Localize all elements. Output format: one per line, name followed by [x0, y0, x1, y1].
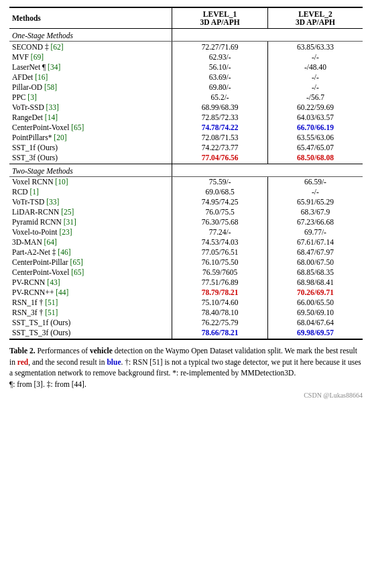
method-name: Voxel-to-Point [23]	[9, 227, 172, 237]
table-row: Voxel-to-Point [23]77.24/-69.77/-	[9, 227, 363, 237]
level2-value: 68.3/67.9	[267, 207, 363, 217]
level1-value: 78.40/78.10	[172, 308, 268, 318]
level2-value: 63.55/63.06	[267, 132, 363, 142]
level1-value: 76.0/75.5	[172, 207, 268, 217]
level2-value: 66.59/-	[267, 176, 363, 187]
level2-value: 60.22/59.69	[267, 102, 363, 112]
method-name: PV-RCNN++ [44]	[9, 288, 172, 298]
table-row: SST_TS_3f (Ours)78.66/78.2169.98/69.57	[9, 328, 363, 339]
level2-value: -/-	[267, 72, 363, 82]
level1-value: 75.59/-	[172, 176, 268, 187]
table-row: VoTr-TSD [33]74.95/74.2565.91/65.29	[9, 197, 363, 207]
method-name: PointPillars* [20]	[9, 132, 172, 142]
caption-label: Table 2.	[9, 347, 36, 355]
table-row: SECOND ‡ [62]72.27/71.6963.85/63.33	[9, 42, 363, 52]
level2-value: 69.50/69.10	[267, 308, 363, 318]
caption-red: red	[17, 358, 28, 366]
level1-value: 62.93/-	[172, 52, 268, 62]
level1-value: 76.22/75.79	[172, 318, 268, 328]
table-row: PointPillars* [20]72.08/71.5363.55/63.06	[9, 132, 363, 142]
level1-value: 65.2/-	[172, 92, 268, 102]
table-row: CenterPoint-Voxel [65]74.78/74.2266.70/6…	[9, 122, 363, 132]
level2-value: -/-	[267, 187, 363, 197]
level1-value: 69.80/-	[172, 82, 268, 92]
section-header-row: Two-Stage Methods	[9, 164, 363, 176]
level1-value: 78.66/78.21	[172, 328, 268, 339]
level2-value: 66.70/66.19	[267, 122, 363, 132]
table-caption: Table 2. Performances of vehicle detecti…	[9, 345, 363, 390]
watermark: CSDN @Lukas88664	[9, 392, 363, 399]
table-row: SST_1f (Ours)74.22/73.7765.47/65.07	[9, 142, 363, 152]
level1-value: 63.69/-	[172, 72, 268, 82]
level2-value: 67.23/66.68	[267, 217, 363, 227]
method-name: SST_TS_1f (Ours)	[9, 318, 172, 328]
method-name: Part-A2-Net ‡ [46]	[9, 247, 172, 257]
level1-value: 74.95/74.25	[172, 197, 268, 207]
method-name: SST_1f (Ours)	[9, 142, 172, 152]
level1-value: 68.99/68.39	[172, 102, 268, 112]
method-name: SST_3f (Ours)	[9, 152, 172, 164]
section-title: One-Stage Methods	[9, 29, 172, 42]
level2-value: 66.00/65.50	[267, 298, 363, 308]
method-name: RSN_1f † [51]	[9, 298, 172, 308]
level2-value: -/56.7	[267, 92, 363, 102]
level1-value: 72.08/71.53	[172, 132, 268, 142]
section-header-row: One-Stage Methods	[9, 29, 363, 42]
table-row: AFDet [16]63.69/--/-	[9, 72, 363, 82]
method-name: Voxel RCNN [10]	[9, 176, 172, 187]
table-row: Part-A2-Net ‡ [46]77.05/76.5168.47/67.97	[9, 247, 363, 257]
table-row: RSN_1f † [51]75.10/74.6066.00/65.50	[9, 298, 363, 308]
method-name: SST_TS_3f (Ours)	[9, 328, 172, 339]
method-name: CenterPoint-Voxel [65]	[9, 122, 172, 132]
method-name: LiDAR-RCNN [25]	[9, 207, 172, 217]
level2-header: LEVEL_2 3D AP/APH	[267, 8, 363, 29]
method-name: SECOND ‡ [62]	[9, 42, 172, 52]
methods-header: Methods	[9, 8, 172, 29]
method-name: CenterPoint-Voxel [65]	[9, 268, 172, 278]
level1-value: 76.59/7605	[172, 268, 268, 278]
table-row: RCD [1]69.0/68.5-/-	[9, 187, 363, 197]
level1-value: 75.10/74.60	[172, 298, 268, 308]
level1-value: 78.79/78.21	[172, 288, 268, 298]
section-spacer1	[172, 164, 268, 176]
caption-text3: , and the second result in	[28, 358, 107, 366]
method-name: PPC [3]	[9, 92, 172, 102]
table-row: CenterPoint-Pillar [65]76.10/75.5068.00/…	[9, 257, 363, 268]
level1-header: LEVEL_1 3D AP/APH	[172, 8, 268, 29]
method-name: CenterPoint-Pillar [65]	[9, 257, 172, 268]
level2-value: 65.91/65.29	[267, 197, 363, 207]
table-row: PV-RCNN [43]77.51/76.8968.98/68.41	[9, 278, 363, 288]
caption-text1: Performances of	[37, 347, 90, 355]
level1-value: 77.51/76.89	[172, 278, 268, 288]
section-spacer1	[172, 29, 268, 42]
level2-value: -/48.40	[267, 62, 363, 72]
table-row: SST_TS_1f (Ours)76.22/75.7968.04/67.64	[9, 318, 363, 328]
level2-value: 65.47/65.07	[267, 142, 363, 152]
table-row: SST_3f (Ours)77.04/76.5668.50/68.08	[9, 152, 363, 164]
method-name: VoTr-SSD [33]	[9, 102, 172, 112]
table-row: LaserNet ¶ [34]56.10/--/48.40	[9, 62, 363, 72]
level2-value: 68.50/68.08	[267, 152, 363, 164]
table-row: PPC [3]65.2/--/56.7	[9, 92, 363, 102]
level1-value: 77.24/-	[172, 227, 268, 237]
section-spacer2	[267, 164, 363, 176]
method-name: RSN_3f † [51]	[9, 308, 172, 318]
level1-value: 74.53/74.03	[172, 237, 268, 247]
table-row: 3D-MAN [64]74.53/74.0367.61/67.14	[9, 237, 363, 247]
level2-value: 64.03/63.57	[267, 112, 363, 122]
table-row: LiDAR-RCNN [25]76.0/75.568.3/67.9	[9, 207, 363, 217]
method-name: VoTr-TSD [33]	[9, 197, 172, 207]
level2-value: 68.85/68.35	[267, 268, 363, 278]
level2-value: 69.77/-	[267, 227, 363, 237]
method-name: MVF [69]	[9, 52, 172, 62]
caption-bold: vehicle	[90, 347, 113, 355]
method-name: Pillar-OD [58]	[9, 82, 172, 92]
level2-value: 67.61/67.14	[267, 237, 363, 247]
method-name: PV-RCNN [43]	[9, 278, 172, 288]
method-name: AFDet [16]	[9, 72, 172, 82]
level2-value: 69.98/69.57	[267, 328, 363, 339]
caption-footnote: ¶: from [3]. ‡: from [44].	[9, 380, 86, 388]
level2-value: 68.04/67.64	[267, 318, 363, 328]
table-row: Pillar-OD [58]69.80/--/-	[9, 82, 363, 92]
level1-value: 56.10/-	[172, 62, 268, 72]
